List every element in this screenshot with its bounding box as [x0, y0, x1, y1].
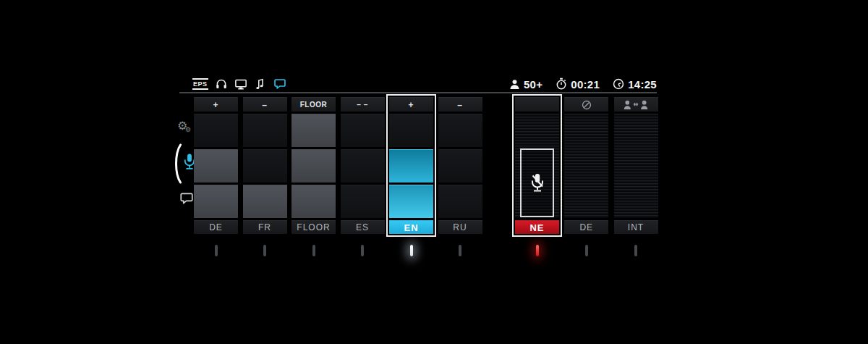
channel-header-button[interactable]: – — [438, 97, 482, 112]
channel-led-white — [410, 245, 413, 256]
stopwatch-icon — [555, 77, 568, 91]
channel-header-button[interactable]: – – — [341, 97, 385, 112]
handover-icon — [624, 99, 648, 110]
channel-header-button[interactable]: + — [389, 97, 433, 112]
channel-level-cell[interactable] — [438, 185, 482, 218]
output-strip-int[interactable]: INT — [614, 97, 658, 234]
block-icon — [581, 99, 592, 111]
participants-status: 50+ — [509, 78, 542, 91]
clock-icon — [612, 77, 625, 91]
channel-strip-fr[interactable]: –FR — [243, 97, 287, 234]
channel-label[interactable]: DE — [194, 220, 238, 234]
chat-bubble-icon — [179, 191, 194, 206]
active-item-indicator-arc — [173, 143, 182, 184]
fader-track[interactable] — [515, 114, 559, 218]
elapsed-time-status: 00:21 — [555, 77, 600, 91]
channel-level-cell[interactable] — [243, 114, 287, 147]
channel-header-button[interactable]: FLOOR — [292, 97, 336, 112]
output-label[interactable]: DE — [564, 220, 608, 234]
fader-track[interactable] — [614, 114, 658, 218]
channel-level-cell[interactable] — [438, 114, 482, 147]
interpreter-console-screen: EPS — [0, 0, 868, 344]
channel-strip-es[interactable]: – –ES — [341, 97, 385, 234]
sidebar-item-settings[interactable]: ⚙ ⚙ — [177, 120, 187, 132]
channel-level-cell[interactable] — [292, 114, 336, 147]
channel-level-cell[interactable] — [243, 185, 287, 218]
mute-fader-handle[interactable] — [520, 148, 554, 217]
clock-status: 14:25 — [612, 77, 657, 91]
channel-led-dim — [215, 245, 218, 256]
channel-led-dim — [634, 245, 637, 256]
chat-icon[interactable] — [273, 77, 286, 91]
output-header-button[interactable] — [614, 97, 658, 112]
output-label[interactable]: INT — [614, 220, 658, 234]
channel-led-dim — [585, 245, 588, 256]
channel-level-cell[interactable] — [243, 149, 287, 183]
gear-small-icon: ⚙ — [185, 127, 191, 133]
channel-strip-ru[interactable]: –RU — [438, 97, 482, 234]
channel-level-cell[interactable] — [389, 114, 433, 147]
channel-label[interactable]: ES — [341, 220, 385, 234]
channel-header-button[interactable]: + — [194, 97, 238, 112]
channel-level-cell[interactable] — [194, 149, 238, 183]
channel-level-cell[interactable] — [292, 185, 336, 218]
eps-source-icon[interactable]: EPS — [192, 78, 208, 90]
output-label[interactable]: NE — [515, 220, 559, 234]
channel-level-cell[interactable] — [341, 114, 385, 147]
topbar-status: 50+ 00:21 14:25 — [499, 75, 657, 93]
output-channel-group: NEDEINT — [515, 97, 658, 234]
channel-led-dim — [263, 245, 266, 256]
sidebar-item-chat[interactable] — [179, 191, 194, 209]
channel-led-dim — [312, 245, 315, 256]
channel-strip-de[interactable]: +DE — [194, 97, 238, 234]
headphones-icon[interactable] — [215, 77, 228, 91]
channel-led-red — [536, 245, 539, 256]
channel-label[interactable]: EN — [389, 220, 433, 234]
clock-time: 14:25 — [628, 78, 657, 91]
fader-track[interactable] — [564, 114, 608, 218]
music-note-icon[interactable] — [254, 77, 267, 91]
output-header-button[interactable] — [515, 97, 559, 112]
person-icon — [509, 78, 521, 91]
channel-led-dim — [459, 245, 461, 256]
topbar-source-icons: EPS — [192, 75, 286, 93]
channel-level-cell[interactable] — [389, 149, 433, 183]
elapsed-time: 00:21 — [571, 78, 600, 91]
channel-level-cell[interactable] — [194, 114, 238, 147]
channel-label[interactable]: RU — [438, 220, 482, 234]
channel-level-cell[interactable] — [341, 185, 385, 218]
participants-count: 50+ — [524, 78, 542, 91]
channel-level-cell[interactable] — [438, 149, 482, 183]
channel-header-button[interactable]: – — [243, 97, 287, 112]
channel-led-dim — [361, 245, 364, 256]
channel-label[interactable]: FLOOR — [292, 220, 336, 234]
channel-strip-floor[interactable]: FLOORFLOOR — [292, 97, 336, 234]
mic-muted-icon — [529, 172, 546, 194]
channel-level-cell[interactable] — [341, 149, 385, 183]
channel-level-cell[interactable] — [389, 185, 433, 218]
output-header-button[interactable] — [564, 97, 608, 112]
topbar-divider — [179, 92, 657, 93]
channel-level-cell[interactable] — [194, 185, 238, 218]
channel-label[interactable]: FR — [243, 220, 287, 234]
channel-strip-en[interactable]: +EN — [389, 97, 433, 234]
output-strip-ne[interactable]: NE — [515, 97, 559, 234]
channel-level-cell[interactable] — [292, 149, 336, 183]
output-strip-de[interactable]: DE — [564, 97, 608, 234]
display-icon[interactable] — [234, 77, 247, 91]
